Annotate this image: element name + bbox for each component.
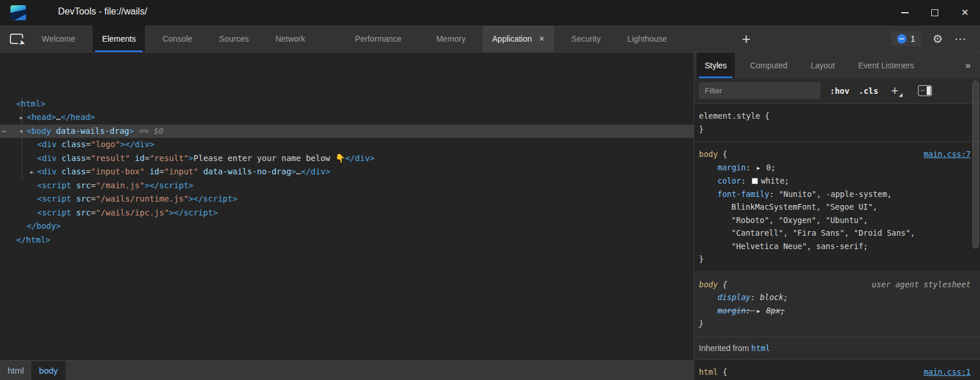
tree-row[interactable]: ▶<div class="input-box" id="input" data-… [0, 165, 694, 179]
css-property-value[interactable]: white; [761, 176, 789, 185]
css-property-row[interactable]: font-family: "Nunito", -apple-system, [699, 188, 972, 201]
css-colon: : [746, 163, 755, 172]
rule-open-brace: { [718, 367, 727, 377]
plus-icon: + [742, 30, 751, 48]
code-token-metai: $0 [154, 126, 163, 136]
rule-selector[interactable]: html [699, 367, 718, 377]
tab-label: Welcome [42, 34, 75, 43]
titlebar: DevTools - file://wails/ ✕ [0, 0, 980, 25]
close-button[interactable]: ✕ [950, 0, 980, 25]
code-token-tag: ></div> [120, 140, 154, 149]
code-token-attr: id [144, 167, 159, 176]
css-colon: : [769, 189, 778, 199]
inherited-target-link[interactable]: html [751, 344, 770, 353]
css-property-name[interactable]: margin [717, 306, 746, 315]
tree-row[interactable]: ▶<head>…</head> [0, 111, 694, 125]
css-property-row[interactable]: display: block; [699, 291, 972, 304]
code-token-tag: <div [37, 154, 57, 163]
tab-console[interactable]: Console [153, 25, 201, 52]
tab-sources[interactable]: Sources [210, 25, 258, 52]
tab-memory[interactable]: Memory [427, 25, 475, 52]
toggle-pseudo-state-button[interactable]: :hov [830, 86, 850, 96]
expand-arrow-icon[interactable]: ▶ [27, 166, 37, 180]
tab-security[interactable]: Security [562, 25, 610, 52]
stylesheet-link[interactable]: main.css:7 [924, 148, 971, 161]
tab-application[interactable]: Application✕ [483, 25, 554, 52]
code-token-tag: <script [37, 208, 71, 217]
rule-selector[interactable]: body [699, 280, 718, 289]
code-token-punct: = [86, 140, 90, 149]
breadcrumb-item-body[interactable]: body [31, 361, 65, 380]
tab-network[interactable]: Network [266, 25, 314, 52]
stylesheet-link[interactable]: main.css:1 [924, 366, 971, 379]
tree-row[interactable]: <script src="/main.js"></script> [0, 179, 694, 193]
css-property-row[interactable]: margin: ▶ 8px; [699, 304, 972, 318]
css-property-row[interactable]: margin: ▶ 0; [699, 161, 972, 175]
toggle-sidebar-icon[interactable] [918, 85, 932, 96]
code-token-attr: class [57, 154, 86, 163]
css-property-name[interactable]: margin [717, 163, 746, 172]
tree-row[interactable]: <script src="/wails/ipc.js"></script> [0, 206, 694, 220]
css-property-name[interactable]: color [717, 176, 741, 185]
code-token-punct: = [86, 167, 90, 176]
tree-row[interactable]: <html> [0, 97, 694, 111]
tab-elements[interactable]: Elements [93, 25, 145, 52]
tab-event-listeners[interactable]: Event Listeners [850, 53, 923, 78]
css-property-name[interactable]: display [717, 293, 751, 302]
tree-row[interactable]: <div class="result" id="result">Please e… [0, 152, 694, 166]
tab-label: Sources [219, 34, 249, 43]
tab-layout[interactable]: Layout [803, 53, 843, 78]
new-style-rule-button[interactable]: + [891, 83, 903, 98]
rule-header: html {main.css:1 [699, 366, 972, 379]
code-token-attr: class [57, 140, 86, 149]
more-menu-icon[interactable]: ⋯ [955, 33, 967, 45]
overflow-chevron-icon[interactable]: » [966, 60, 980, 71]
minimize-button[interactable] [890, 0, 920, 25]
css-property-value[interactable]: 0; [766, 163, 775, 172]
tab-welcome[interactable]: Welcome [32, 25, 85, 52]
tab-performance[interactable]: Performance [346, 25, 411, 52]
collapse-arrow-icon[interactable]: ▼ [16, 125, 27, 139]
inherited-from-label: Inherited from html [694, 337, 980, 360]
css-value-wrap-line: "Roboto", "Oxygen", "Ubuntu", [699, 214, 972, 227]
expand-shorthand-icon[interactable]: ▶ [757, 305, 763, 318]
tab-label: Network [275, 34, 305, 43]
css-value-wrap-line: "Cantarell", "Fira Sans", "Droid Sans", [699, 226, 972, 240]
toggle-class-button[interactable]: .cls [859, 86, 879, 96]
tab-computed[interactable]: Computed [742, 53, 796, 78]
maximize-button[interactable] [920, 0, 950, 25]
close-tab-icon[interactable]: ✕ [539, 35, 545, 43]
styles-scrollbar-thumb[interactable] [972, 81, 979, 249]
css-property-value[interactable]: 8px; [766, 306, 785, 315]
color-swatch[interactable] [752, 178, 758, 184]
issues-counter-button[interactable]: 1 [891, 31, 921, 46]
styles-filter-input[interactable] [699, 82, 821, 99]
tree-row[interactable]: </html> [0, 233, 694, 247]
expand-shorthand-icon[interactable]: ▶ [757, 162, 763, 175]
breadcrumb-item-html[interactable]: html [0, 361, 31, 380]
tree-row[interactable]: <div class="logo"></div> [0, 138, 694, 152]
css-colon: : [741, 176, 751, 185]
inherited-text: Inherited from [699, 344, 751, 353]
css-property-value[interactable]: block; [760, 293, 788, 302]
rule-selector[interactable]: body [699, 149, 718, 159]
tree-row[interactable]: ⋯▼<body data-wails-drag> == $0 [0, 125, 694, 138]
css-property-row[interactable]: color: white; [699, 174, 972, 188]
code-token-tag: </div> [345, 154, 375, 163]
tree-row[interactable]: </body> [0, 220, 694, 233]
css-property-name[interactable]: font-family [717, 189, 769, 199]
rule-selector[interactable]: element.style [699, 111, 760, 120]
tree-row[interactable]: <script src="/wails/runtime.js"></script… [0, 192, 694, 206]
expand-arrow-icon[interactable]: ▶ [16, 111, 27, 125]
tab-lighthouse[interactable]: Lighthouse [618, 25, 676, 52]
code-token-text: Please enter your name below [194, 154, 335, 163]
code-token-punct: = [159, 167, 164, 176]
code-token-tag: <div [37, 167, 57, 176]
more-tools-button[interactable]: + [737, 30, 755, 48]
css-property-value[interactable]: "Nunito", -apple-system, [779, 189, 892, 199]
code-token-tag: <html> [16, 99, 46, 108]
inspect-element-button[interactable]: ➤ [0, 25, 32, 52]
row-actions-icon[interactable]: ⋯ [2, 125, 7, 138]
settings-gear-icon[interactable]: ⚙ [932, 33, 943, 45]
tab-styles[interactable]: Styles [697, 53, 735, 78]
